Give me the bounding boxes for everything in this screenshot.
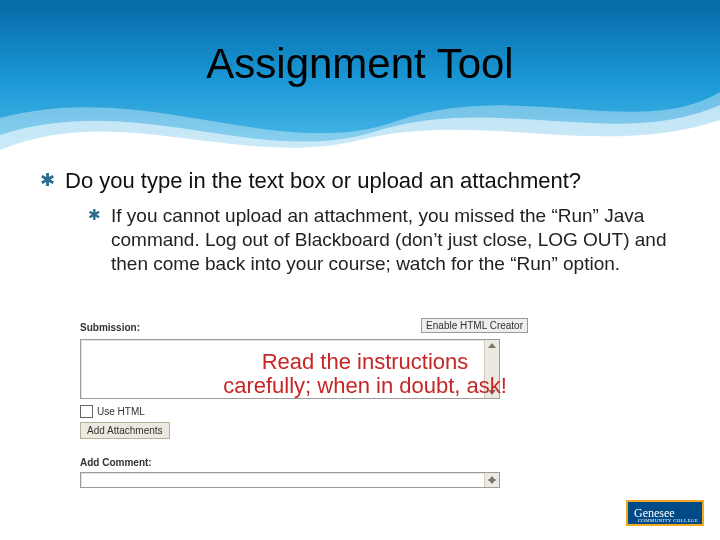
bullet-level-1: ✱ Do you type in the text box or upload … (40, 168, 680, 194)
wave-graphic (0, 0, 720, 180)
embedded-screenshot: Submission: Enable HTML Creator Use HTML… (80, 318, 528, 488)
scrollbar[interactable] (484, 473, 499, 487)
genesee-logo: Genesee COMMUNITY COLLEGE (626, 500, 704, 526)
submission-textarea[interactable] (80, 339, 500, 399)
use-html-checkbox[interactable] (80, 405, 93, 418)
bullet-marker-icon: ✱ (88, 204, 101, 275)
submission-label: Submission: (80, 322, 140, 333)
bullet-marker-icon: ✱ (40, 168, 55, 194)
slide-body: ✱ Do you type in the text box or upload … (40, 168, 680, 276)
add-attachments-button[interactable]: Add Attachments (80, 422, 170, 439)
use-html-label: Use HTML (97, 406, 145, 417)
add-comment-label: Add Comment: (80, 457, 528, 468)
bullet-l1-text: Do you type in the text box or upload an… (65, 168, 581, 194)
use-html-row: Use HTML (80, 405, 528, 418)
comment-textarea[interactable] (80, 472, 500, 488)
logo-subtext: COMMUNITY COLLEGE (638, 518, 698, 523)
bullet-l2-text: If you cannot upload an attachment, you … (111, 204, 680, 275)
scrollbar[interactable] (484, 340, 499, 398)
slide-title: Assignment Tool (0, 40, 720, 88)
enable-html-creator-button[interactable]: Enable HTML Creator (421, 318, 528, 333)
bullet-level-2: ✱ If you cannot upload an attachment, yo… (88, 204, 680, 275)
slide-banner (0, 0, 720, 180)
